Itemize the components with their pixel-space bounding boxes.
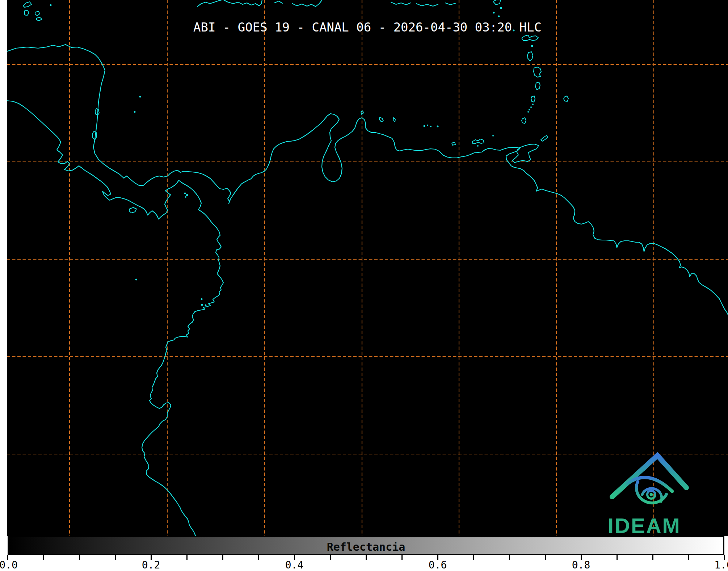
colorbar-tick-label: 0.6 (429, 559, 447, 571)
providencia-dot (139, 96, 141, 98)
colorbar-tick (258, 555, 259, 560)
antilles-dot-2 (493, 12, 495, 14)
bay-island-2 (25, 10, 29, 16)
colorbar-tick (43, 555, 44, 560)
satellite-image-viewer: { "page": {"width": 2011, "height": 1577… (0, 0, 728, 571)
antilles-dot-3 (498, 16, 500, 17)
antigua-area (493, 0, 501, 5)
tumaco-islet-3 (209, 303, 210, 304)
colorbar-tick (401, 555, 403, 560)
tumaco-islet-1 (201, 298, 203, 300)
pacific-mainland-coast (7, 101, 223, 536)
colorbar-tick (330, 555, 331, 560)
st-lucia (535, 82, 540, 90)
los-roques-dot-3 (430, 126, 432, 127)
grenadines-dot-1 (532, 104, 534, 105)
colorbar-tick (617, 555, 618, 560)
colorbar-tick-label: 0.4 (285, 559, 304, 571)
colorbar-tick (186, 555, 188, 560)
map-title: ABI - GOES 19 - CANAL 06 - 2026-04-30 03… (7, 20, 728, 34)
tumaco-islet-2 (205, 305, 207, 306)
antilles-dot-1 (500, 7, 502, 9)
virgin-islands-fragment (445, 3, 455, 5)
colorbar-tick (545, 555, 546, 560)
colorbar-tick (473, 555, 474, 560)
hispaniola-south-fragment (293, 1, 321, 7)
grenadines-dot-4 (527, 111, 529, 113)
marie-galante-dot (531, 45, 533, 47)
grenadines-dot-3 (529, 109, 530, 110)
colorbar-tick (79, 555, 80, 560)
bay-island-3 (35, 11, 40, 16)
colorbar-tick-label: 0.2 (142, 559, 160, 571)
los-roques-dot-1 (424, 125, 425, 127)
colorbar-tick-label: 0.0 (0, 559, 18, 571)
pearl-islands-dot-1 (184, 193, 186, 194)
colorbar-tick-label: 1.0 (714, 559, 728, 571)
pearl-lagoon (95, 109, 99, 115)
trinidad (512, 144, 539, 163)
barbados (564, 96, 568, 101)
colorbar-tick (652, 555, 653, 560)
pearl-islands-dot-2 (186, 194, 188, 196)
pearl-islands-dot-3 (185, 196, 186, 198)
malpelo-dot (135, 279, 137, 281)
colorbar-tick (509, 555, 510, 560)
colorbar-tick (366, 555, 367, 560)
satellite-map: ABI - GOES 19 - CANAL 06 - 2026-04-30 03… (7, 0, 728, 536)
los-roques-dot-2 (427, 125, 428, 126)
los-testigos-dot (492, 135, 494, 137)
grenada (522, 118, 526, 123)
curacao (379, 117, 383, 122)
colorbar-tick (222, 555, 223, 560)
colorbar-tick (688, 555, 689, 560)
guanaja-dot (50, 4, 52, 6)
jamaica-south-coast-fragment (197, 0, 222, 7)
ideam-logo: IDEAM (590, 449, 699, 536)
dr-east-fragment (391, 2, 411, 5)
tobago (541, 135, 548, 141)
la-orchila-dot (437, 126, 439, 127)
caribbean-mainland-coast (7, 45, 728, 315)
colorbar-tick-label: 0.8 (572, 559, 590, 571)
la-tortuga (452, 142, 455, 145)
margarita (472, 139, 484, 144)
ideam-logo-text: IDEAM (590, 513, 699, 536)
coiba (129, 207, 136, 213)
puerto-rico-fragment (416, 4, 438, 6)
martinique (534, 67, 541, 77)
haiti-tip-fragment (274, 1, 282, 3)
colorbar-tick (115, 555, 116, 560)
reflectance-colorbar: Reflectancia (8, 536, 724, 555)
gorgona-dot (201, 304, 203, 306)
san-andres-dot (134, 111, 136, 113)
guadeloupe (522, 35, 538, 41)
grenadines-dot-2 (530, 106, 532, 108)
bonaire (393, 118, 395, 122)
jamaica-east-fragment (224, 0, 262, 6)
logo-spiral-center (650, 493, 653, 496)
dominica (527, 52, 533, 61)
coche-dot (477, 145, 479, 147)
st-vincent (531, 96, 535, 102)
roatan-island (23, 2, 31, 7)
colorbar-label: Reflectancia (9, 541, 723, 553)
